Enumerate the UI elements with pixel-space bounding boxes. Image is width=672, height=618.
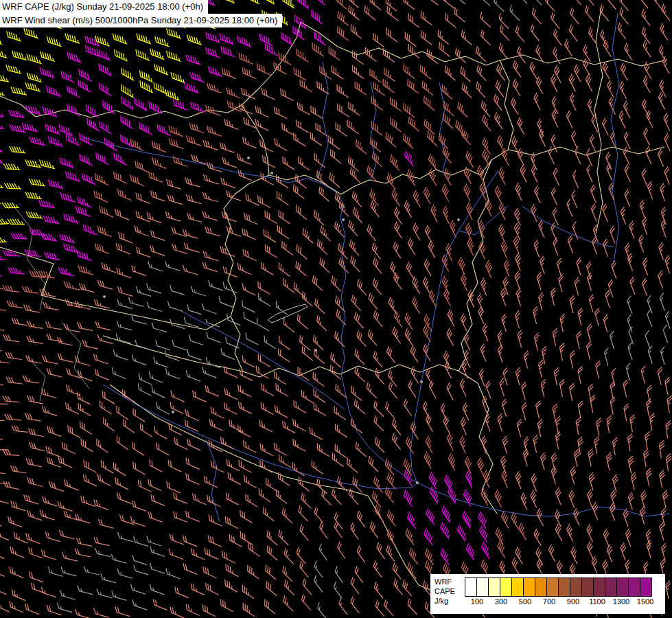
- wind-barb: [115, 492, 133, 503]
- wind-barb: [11, 318, 29, 325]
- wind-barb: [25, 160, 43, 168]
- wind-barb: [612, 474, 621, 492]
- wind-barb: [622, 101, 634, 118]
- wind-barb: [337, 598, 351, 615]
- river: [103, 385, 417, 489]
- wind-barb: [479, 100, 494, 117]
- wind-barb: [476, 458, 488, 476]
- wind-barb: [497, 168, 510, 185]
- wind-barb: [222, 119, 240, 130]
- wind-barb: [93, 243, 111, 254]
- wind-barb: [223, 516, 241, 529]
- wind-barb: [73, 548, 91, 556]
- wind-barb: [117, 232, 135, 243]
- wind-barb: [581, 45, 595, 62]
- wind-barb: [0, 323, 5, 331]
- wind-barb: [383, 459, 398, 475]
- wind-barb: [369, 96, 386, 110]
- wind-barb: [610, 397, 618, 415]
- wind-barb: [8, 547, 26, 558]
- wind-barb: [183, 242, 200, 252]
- wind-barb: [618, 111, 630, 128]
- wind-barb: [2, 396, 19, 402]
- wind-barb: [25, 54, 43, 63]
- wind-barb: [362, 47, 380, 62]
- wind-barb: [205, 82, 223, 93]
- wind-barb: [640, 27, 654, 44]
- wind-barb: [237, 510, 255, 523]
- wind-barb: [571, 222, 582, 240]
- wind-barb: [495, 65, 509, 81]
- wind-barb: [204, 227, 222, 236]
- weather-map-page: WRF CAPE (J/kg) Sunday 21-09-2025 18:00 …: [0, 0, 672, 618]
- wind-barb: [221, 157, 239, 168]
- wind-barb: [93, 537, 111, 546]
- wind-barb: [261, 229, 278, 242]
- wind-barb: [246, 542, 263, 556]
- wind-barb: [588, 448, 596, 466]
- wind-barb: [391, 419, 405, 435]
- wind-barb: [150, 386, 167, 398]
- wind-barb: [500, 314, 511, 332]
- wind-barb: [207, 66, 224, 76]
- wind-barb: [0, 494, 10, 503]
- wind-barb: [149, 191, 167, 201]
- wind-barb: [623, 189, 634, 207]
- wind-barb: [38, 52, 56, 62]
- wind-barb: [81, 340, 99, 349]
- wind-barb: [333, 192, 349, 208]
- wind-barb: [84, 45, 102, 56]
- wind-barb: [660, 4, 672, 21]
- wind-barb: [26, 321, 44, 328]
- wind-barb: [225, 226, 243, 236]
- wind-barb: [43, 124, 61, 134]
- wind-barb: [111, 462, 128, 475]
- wind-barb: [237, 53, 255, 64]
- legend-swatch: [640, 577, 652, 597]
- wind-barb: [453, 47, 470, 62]
- wind-barb: [297, 79, 314, 92]
- wind-barb: [345, 119, 362, 133]
- wind-barb: [500, 288, 511, 306]
- wind-barb: [240, 585, 257, 599]
- wind-barb: [0, 379, 3, 385]
- wind-barb: [552, 328, 561, 346]
- wind-barb: [660, 508, 670, 526]
- wind-barb: [638, 200, 649, 218]
- wind-barb: [312, 210, 327, 225]
- wind-barb: [595, 360, 604, 378]
- wind-barb: [421, 325, 435, 342]
- wind-barb: [222, 402, 240, 414]
- wind-barb: [568, 8, 583, 24]
- wind-barb: [575, 417, 583, 435]
- city-marker: [342, 218, 345, 221]
- wind-barb: [273, 138, 290, 150]
- wind-barb: [601, 204, 612, 222]
- wind-barb: [100, 100, 117, 114]
- wind-barb: [576, 331, 585, 349]
- wind-barb: [115, 268, 132, 278]
- wind-barb: [500, 148, 513, 165]
- wind-barb: [59, 590, 77, 599]
- wind-barb: [186, 213, 204, 222]
- wind-barb: [348, 255, 363, 271]
- wind-barb: [300, 291, 316, 306]
- wind-barb: [610, 381, 618, 399]
- wind-barb: [58, 267, 76, 276]
- wind-barb: [419, 81, 436, 95]
- wind-barb: [2, 285, 19, 292]
- wind-barb: [603, 314, 612, 332]
- wind-barb: [150, 322, 168, 332]
- wind-barb: [659, 293, 670, 311]
- wind-barb: [184, 457, 202, 469]
- wind-barb: [25, 510, 43, 520]
- wind-barb: [502, 260, 513, 277]
- wind-barb: [556, 258, 566, 276]
- wind-barb: [555, 432, 564, 450]
- wind-barb: [300, 228, 316, 243]
- wind-barb: [463, 350, 475, 368]
- wind-barb: [184, 604, 202, 615]
- wind-barb: [401, 103, 417, 117]
- wind-barb: [273, 383, 290, 396]
- wind-barb: [484, 199, 496, 217]
